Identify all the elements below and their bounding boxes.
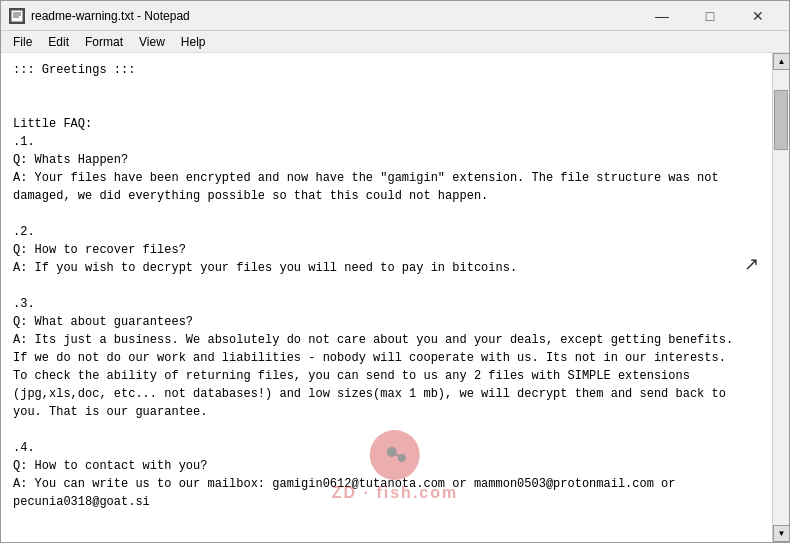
window-controls: — □ ✕ — [639, 2, 781, 30]
menu-format[interactable]: Format — [77, 33, 131, 51]
close-button[interactable]: ✕ — [735, 2, 781, 30]
menu-bar: File Edit Format View Help — [1, 31, 789, 53]
notepad-window: readme-warning.txt - Notepad — □ ✕ File … — [0, 0, 790, 543]
menu-help[interactable]: Help — [173, 33, 214, 51]
window-title: readme-warning.txt - Notepad — [31, 9, 639, 23]
minimize-button[interactable]: — — [639, 2, 685, 30]
menu-edit[interactable]: Edit — [40, 33, 77, 51]
menu-file[interactable]: File — [5, 33, 40, 51]
scroll-thumb[interactable] — [774, 90, 788, 150]
menu-view[interactable]: View — [131, 33, 173, 51]
scroll-up-button[interactable]: ▲ — [773, 53, 789, 70]
app-icon — [9, 8, 25, 24]
content-area: ::: Greetings ::: Little FAQ: .1. Q: Wha… — [1, 53, 789, 542]
text-editor[interactable]: ::: Greetings ::: Little FAQ: .1. Q: Wha… — [1, 53, 772, 542]
title-bar: readme-warning.txt - Notepad — □ ✕ — [1, 1, 789, 31]
vertical-scrollbar[interactable]: ▲ ▼ — [772, 53, 789, 542]
scroll-track[interactable] — [773, 70, 789, 525]
svg-rect-0 — [11, 10, 23, 22]
scroll-down-button[interactable]: ▼ — [773, 525, 789, 542]
maximize-button[interactable]: □ — [687, 2, 733, 30]
